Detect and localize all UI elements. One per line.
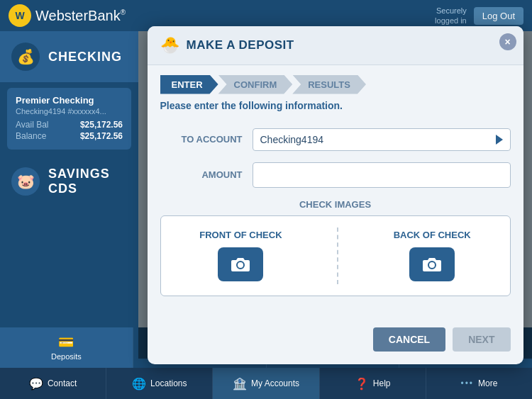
balance-label: Balance — [16, 131, 46, 141]
logo-letter: W — [15, 10, 24, 21]
back-camera-button[interactable] — [409, 247, 455, 281]
amount-row: AMOUNT — [160, 162, 511, 188]
step-confirm[interactable]: CONFIRM — [218, 75, 293, 94]
balance-value: $25,172.56 — [80, 131, 123, 141]
logo-name: WebsterBank® — [35, 8, 126, 24]
amount-input[interactable] — [253, 162, 511, 188]
secure-line1: Securely — [435, 6, 467, 16]
to-account-row: TO ACCOUNT Checking4194 — [160, 128, 511, 151]
check-images-box: FRONT OF CHECK BACK OF CHECK — [160, 215, 511, 296]
locations-icon: 🌐 — [132, 377, 146, 390]
account-number: Checking4194 #xxxxxx4... — [16, 107, 123, 116]
to-account-label: TO ACCOUNT — [160, 134, 253, 145]
bottom-bar: 💬 Contact 🌐 Locations 🏦 My Accounts ❓ He… — [0, 368, 532, 399]
checking-icon: 💰 — [11, 43, 40, 71]
header-right: Securely logged in Log Out — [435, 6, 523, 26]
step-enter[interactable]: ENTER — [160, 75, 218, 94]
secure-status: Securely logged in — [435, 6, 467, 26]
modal-title: MAKE A DEPOSIT — [187, 38, 294, 52]
tab-deposits[interactable]: 💳 Deposits — [0, 327, 133, 368]
sidebar-checking-label: CHECKING — [48, 50, 122, 64]
bar-more[interactable]: ••• More — [426, 368, 532, 399]
help-label: Help — [373, 378, 391, 388]
chevron-right-icon — [496, 135, 503, 145]
logo-icon: W — [9, 4, 31, 27]
back-check-label: BACK OF CHECK — [394, 230, 471, 240]
content-area: 🐣 MAKE A DEPOSIT × ENTER CONFIRM RESULTS… — [138, 31, 532, 359]
my-accounts-icon: 🏦 — [233, 377, 247, 390]
app-logo: W WebsterBank® — [9, 4, 126, 27]
my-accounts-label: My Accounts — [251, 378, 299, 388]
modal-overlay: 🐣 MAKE A DEPOSIT × ENTER CONFIRM RESULTS… — [138, 31, 532, 359]
bar-my-accounts[interactable]: 🏦 My Accounts — [213, 368, 319, 399]
main-content: 💰 CHECKING Premier Checking Checking4194… — [0, 31, 532, 359]
selected-account: Checking4194 — [260, 134, 324, 145]
balance-row: Balance $25,172.56 — [16, 131, 123, 141]
next-button[interactable]: NEXT — [453, 327, 510, 352]
locations-label: Locations — [150, 378, 187, 388]
account-selector[interactable]: Checking4194 — [253, 128, 511, 151]
step-results[interactable]: RESULTS — [292, 75, 366, 94]
deposits-icon: 💳 — [58, 335, 74, 350]
logout-button[interactable]: Log Out — [474, 7, 523, 25]
contact-icon: 💬 — [29, 377, 43, 390]
stepper: ENTER CONFIRM RESULTS — [160, 75, 511, 94]
sidebar-savings-label: SAVINGS CDS — [48, 167, 127, 196]
modal-instruction: Please enter the following information. — [160, 100, 511, 111]
secure-line2: logged in — [435, 16, 467, 26]
logo-light: Bank — [88, 8, 121, 23]
more-label: More — [478, 378, 497, 388]
logo-bold: Webster — [35, 8, 88, 23]
front-check-side: FRONT OF CHECK — [199, 230, 282, 281]
check-images-section: CHECK IMAGES FRONT OF CHECK — [160, 199, 511, 296]
account-card: Premier Checking Checking4194 #xxxxxx4..… — [7, 88, 131, 150]
deposit-modal: 🐣 MAKE A DEPOSIT × ENTER CONFIRM RESULTS… — [148, 26, 523, 364]
back-check-side: BACK OF CHECK — [394, 230, 471, 281]
account-name: Premier Checking — [16, 95, 123, 106]
modal-close-button[interactable]: × — [499, 33, 516, 50]
modal-header: 🐣 MAKE A DEPOSIT — [148, 26, 523, 65]
bar-contact[interactable]: 💬 Contact — [0, 368, 106, 399]
deposits-label: Deposits — [51, 352, 82, 361]
logo-registered: ® — [121, 9, 126, 16]
savings-icon: 🐷 — [11, 167, 40, 196]
camera-icon — [231, 257, 250, 272]
sidebar-item-savings[interactable]: 🐷 SAVINGS CDS — [0, 155, 138, 208]
help-icon: ❓ — [355, 377, 369, 390]
check-images-label: CHECK IMAGES — [160, 199, 511, 210]
front-camera-button[interactable] — [218, 247, 263, 281]
more-icon: ••• — [460, 378, 474, 388]
front-check-label: FRONT OF CHECK — [199, 230, 282, 240]
amount-label: AMOUNT — [160, 169, 253, 180]
modal-title-icon: 🐣 — [160, 36, 179, 55]
bar-locations[interactable]: 🌐 Locations — [106, 368, 213, 399]
avail-bal-label: Avail Bal — [16, 120, 48, 130]
sidebar: 💰 CHECKING Premier Checking Checking4194… — [0, 31, 138, 359]
check-divider — [337, 227, 338, 284]
contact-label: Contact — [48, 378, 77, 388]
bar-help[interactable]: ❓ Help — [320, 368, 426, 399]
modal-footer: CANCEL NEXT — [148, 320, 523, 364]
camera-icon-back — [422, 257, 442, 272]
cancel-button[interactable]: CANCEL — [373, 327, 445, 352]
avail-bal-row: Avail Bal $25,172.56 — [16, 120, 123, 130]
sidebar-item-checking[interactable]: 💰 CHECKING — [0, 31, 138, 82]
avail-bal-value: $25,172.56 — [80, 120, 123, 130]
modal-form: TO ACCOUNT Checking4194 AMOUNT CHECK IMA… — [148, 121, 523, 320]
